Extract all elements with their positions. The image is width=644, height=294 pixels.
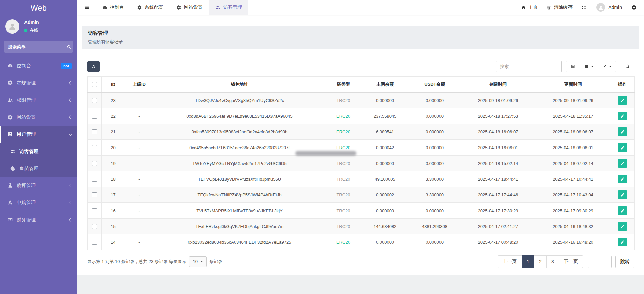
row-checkbox[interactable] (92, 177, 97, 182)
page-subtitle: 管理所有访客记录 (88, 39, 634, 45)
cell-usdt-balance: 0.000000 (409, 93, 460, 108)
sidebar-toggle-button[interactable] (77, 0, 96, 15)
sidebar-item-general-mgmt[interactable]: 常规管理 (0, 74, 77, 92)
row-checkbox[interactable] (92, 98, 97, 103)
tab-system-config[interactable]: 系统配置 (131, 0, 170, 15)
cell-main-balance: 237.558045 (361, 108, 409, 124)
edit-button[interactable] (618, 206, 627, 215)
next-page-button[interactable]: 下一页 (559, 255, 583, 268)
cell-parent-id: - (125, 124, 153, 140)
chain-type-badge: TRC20 (336, 224, 350, 229)
sidebar-item-fry-mgmt[interactable]: 鱼苗管理 (0, 160, 77, 177)
cell-chain-type: TRC20 (326, 219, 361, 234)
prev-page-button[interactable]: 上一页 (498, 255, 522, 268)
menu-search-input[interactable] (8, 44, 67, 49)
tab-visitor-mgmt[interactable]: 访客管理 (209, 0, 248, 15)
app: Web Admin 在线 控制台 hot 常规管理 权限管理 (0, 0, 644, 294)
tab-dashboard[interactable]: 控制台 (96, 0, 131, 15)
edit-button[interactable] (618, 238, 627, 246)
edit-button[interactable] (618, 159, 627, 168)
row-checkbox[interactable] (92, 224, 97, 229)
navbar-user-name[interactable]: Admin (608, 5, 622, 10)
refresh-button[interactable] (87, 61, 100, 72)
chain-type-badge: ERC20 (336, 145, 350, 150)
row-checkbox[interactable] (92, 161, 97, 166)
col-actions: 操作 (610, 77, 635, 93)
table-row: 21 - 0xfca53097013c05083cf2aef0d2a4cfe8d… (88, 124, 635, 140)
cell-actions (610, 108, 635, 124)
cell-wallet-address: 0xd8dA6BF26964aF9D7eEd9e03E53415D37aA960… (153, 108, 326, 124)
cell-actions (610, 219, 635, 234)
advanced-search-button[interactable] (621, 61, 634, 72)
tab-site-settings[interactable]: 网站设置 (170, 0, 209, 15)
cell-id: 15 (102, 219, 125, 234)
page-jump-input[interactable] (588, 256, 612, 268)
sidebar-item-label: 质押管理 (17, 183, 36, 189)
edit-button[interactable] (618, 143, 627, 152)
users-icon (215, 5, 220, 10)
row-checkbox[interactable] (92, 145, 97, 150)
cell-checkbox (88, 234, 102, 250)
edit-button[interactable] (618, 127, 627, 136)
export-button[interactable] (598, 61, 616, 72)
edit-button[interactable] (618, 190, 627, 199)
cell-updated-time: 2025-04-18 08:06:01 (536, 140, 610, 156)
row-checkbox[interactable] (92, 240, 97, 245)
sidebar-item-site-settings[interactable]: 网站设置 (0, 109, 77, 126)
navbar-avatar[interactable] (596, 3, 605, 12)
sidebar-item-label: 用户管理 (17, 131, 36, 137)
page-number-button[interactable]: 3 (547, 255, 559, 268)
columns-button[interactable] (580, 61, 598, 72)
sidebar-item-label: 网站设置 (17, 114, 36, 120)
home-link[interactable]: 主页 (521, 4, 538, 10)
page-numbers: 123 (522, 255, 559, 268)
sidebar-item-permission-mgmt[interactable]: 权限管理 (0, 92, 77, 109)
row-checkbox[interactable] (92, 208, 97, 213)
pencil-icon (620, 177, 625, 181)
edit-button[interactable] (618, 96, 627, 105)
page-size-select[interactable]: 10 (189, 256, 206, 267)
edit-button[interactable] (618, 175, 627, 183)
sidebar-item-finance-mgmt[interactable]: 财务管理 (0, 211, 77, 228)
chain-type-badge: TRC20 (336, 98, 350, 103)
search-icon[interactable] (67, 45, 71, 49)
cell-wallet-address: 0xfca53097013c05083cf2aef0d2a4cfe8d2b8d9… (153, 124, 326, 140)
cell-parent-id: - (125, 140, 153, 156)
cell-chain-type: ERC20 (326, 234, 361, 250)
cell-chain-type: ERC20 (326, 124, 361, 140)
sidebar-item-subscribe-mgmt[interactable]: 申购管理 (0, 194, 77, 211)
jump-button[interactable]: 跳转 (615, 256, 634, 268)
cell-id: 17 (102, 187, 125, 203)
page-number-button[interactable]: 1 (522, 255, 534, 268)
page-number-button[interactable]: 2 (534, 255, 547, 268)
fullscreen-button[interactable] (581, 5, 586, 10)
settings-button[interactable] (631, 5, 637, 10)
cell-main-balance: 0.000002 (361, 187, 409, 203)
navbar-right: 主页 清除缓存 Admin (512, 0, 644, 15)
cell-main-balance: 6.389541 (361, 124, 409, 140)
select-all-checkbox[interactable] (92, 82, 97, 87)
pagination: 上一页 123 下一页 跳转 (498, 255, 634, 268)
row-checkbox[interactable] (92, 192, 97, 197)
sidebar-item-user-mgmt[interactable]: 用户管理 (0, 126, 77, 143)
detail-view-button[interactable] (566, 61, 580, 72)
cell-main-balance: 144.634082 (361, 219, 409, 234)
cell-chain-type: ERC20 (326, 140, 361, 156)
sidebar-item-dashboard[interactable]: 控制台 hot (0, 57, 77, 74)
cell-id: 19 (102, 156, 125, 171)
caret-up-icon (200, 261, 203, 262)
row-checkbox[interactable] (92, 129, 97, 134)
avatar (5, 19, 19, 34)
clear-cache-link[interactable]: 清除缓存 (546, 4, 573, 10)
cell-updated-time: 2025-04-18 07:02:14 (536, 156, 610, 171)
table-search-input[interactable] (496, 61, 562, 72)
edit-button[interactable] (618, 222, 627, 231)
page-header: 访客管理 管理所有访客记录 (82, 26, 639, 49)
edit-button[interactable] (618, 112, 627, 120)
users-icon (7, 97, 13, 103)
table-header-row: ID 上级ID 钱包地址 链类型 主网余额 USDT余额 创建时间 更新时间 操… (88, 77, 635, 93)
sidebar-item-pledge-mgmt[interactable]: 质押管理 (0, 177, 77, 194)
sidebar-item-visitor-mgmt[interactable]: 访客管理 (0, 143, 77, 160)
cell-created-time: 2025-09-18 01:09:26 (460, 93, 536, 108)
row-checkbox[interactable] (92, 114, 97, 119)
